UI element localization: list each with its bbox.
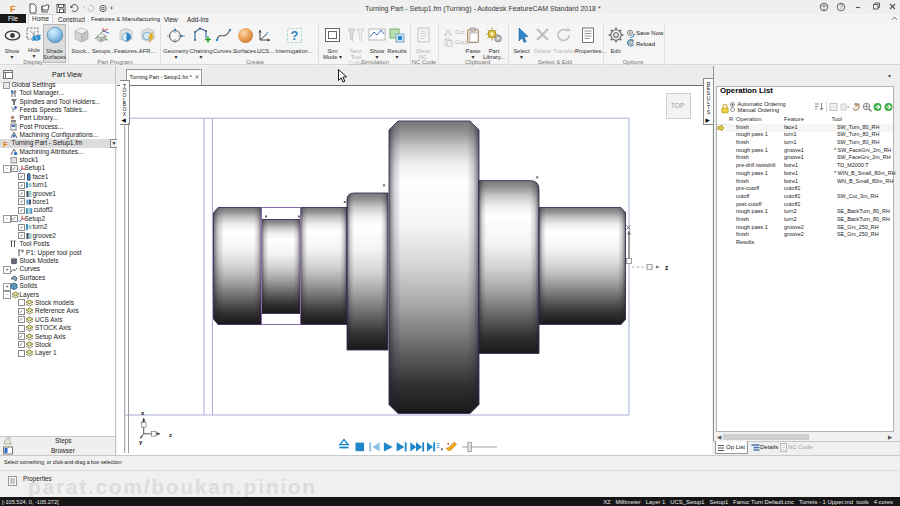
svg-text:y: y bbox=[139, 439, 143, 445]
svg-text:z: z bbox=[665, 264, 669, 271]
svg-text:?: ? bbox=[290, 28, 298, 43]
svg-text:?: ? bbox=[839, 3, 843, 10]
svg-text:z: z bbox=[169, 432, 172, 438]
